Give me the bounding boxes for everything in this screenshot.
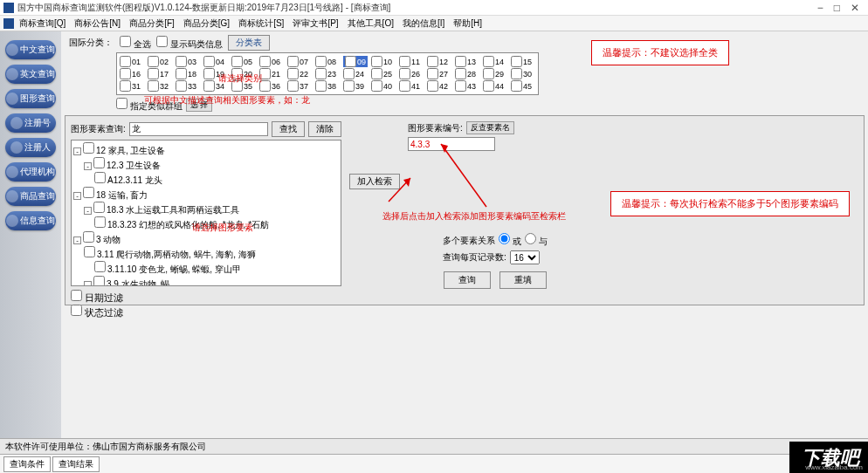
class-cell-41[interactable]: 41 [399, 80, 424, 92]
code-input[interactable] [408, 137, 495, 151]
class-cell-40[interactable]: 40 [371, 80, 396, 92]
menu-item[interactable]: 帮助[H] [453, 17, 482, 30]
tree-checkbox[interactable] [83, 231, 94, 243]
class-cell-27[interactable]: 27 [427, 68, 451, 79]
class-cell-02[interactable]: 02 [148, 56, 172, 67]
menu-item[interactable]: 商品分类[F] [129, 17, 175, 30]
class-cell-37[interactable]: 37 [287, 80, 312, 92]
class-cell-25[interactable]: 25 [371, 68, 396, 79]
minimize-button[interactable]: − [817, 2, 823, 14]
expand-icon[interactable]: - [73, 147, 81, 155]
status-filter-checkbox[interactable]: 状态过滤 [71, 307, 123, 318]
tree-item[interactable]: -3 动物 [73, 231, 339, 246]
class-cell-36[interactable]: 36 [259, 80, 284, 92]
sidebar-btn-registrant[interactable]: 注册人 [5, 138, 56, 157]
clear-button[interactable]: 清除 [308, 121, 341, 137]
class-cell-28[interactable]: 28 [455, 68, 479, 79]
tree-checkbox[interactable] [94, 216, 106, 228]
class-cell-15[interactable]: 15 [511, 56, 535, 67]
menu-item[interactable]: 商品分类[G] [183, 17, 230, 30]
tree-item[interactable]: 3.11.10 变色龙, 蜥蜴, 蝾螈, 穿山甲 [73, 261, 339, 276]
class-cell-24[interactable]: 24 [343, 68, 368, 79]
expand-icon[interactable]: - [84, 281, 92, 286]
class-cell-03[interactable]: 03 [176, 56, 200, 67]
tree-item[interactable]: -18 运输, 畜力 [73, 187, 339, 202]
sidebar-btn-graphic[interactable]: 图形查询 [5, 89, 56, 108]
expand-icon[interactable]: - [84, 162, 92, 170]
expand-icon[interactable]: - [84, 207, 92, 215]
group-checkbox[interactable]: 指定类似群组 [116, 98, 183, 113]
class-cell-26[interactable]: 26 [399, 68, 424, 79]
class-cell-11[interactable]: 11 [399, 56, 424, 67]
sidebar-btn-info[interactable]: 信息查询 [5, 211, 56, 230]
class-cell-13[interactable]: 13 [455, 56, 479, 67]
class-cell-38[interactable]: 38 [315, 80, 340, 92]
tree-item[interactable]: -12 家具, 卫生设备 [73, 142, 339, 157]
class-cell-42[interactable]: 42 [427, 80, 451, 92]
status-tab-result[interactable]: 查询结果 [52, 456, 100, 472]
tree-item[interactable]: -3.9 水生动物, 蝎 [73, 276, 339, 286]
element-search-input[interactable] [129, 122, 268, 136]
tree-checkbox[interactable] [83, 142, 94, 154]
show-code-checkbox[interactable]: 显示码类信息 [156, 36, 223, 51]
class-cell-21[interactable]: 21 [259, 68, 284, 79]
reset-button[interactable]: 重填 [499, 271, 547, 289]
tree-checkbox[interactable] [83, 187, 94, 198]
add-to-search-button[interactable]: 加入检索 [349, 174, 400, 189]
class-cell-04[interactable]: 04 [203, 56, 228, 67]
sidebar-btn-goods[interactable]: 商品查询 [5, 187, 56, 206]
date-filter-checkbox[interactable]: 日期过滤 [71, 292, 123, 303]
class-cell-16[interactable]: 16 [120, 68, 144, 79]
status-tab-cond[interactable]: 查询条件 [3, 456, 51, 472]
menu-item[interactable]: 我的信息[I] [403, 17, 444, 30]
sidebar-btn-regno[interactable]: 注册号 [5, 113, 56, 133]
class-cell-39[interactable]: 39 [343, 80, 368, 92]
class-cell-10[interactable]: 10 [371, 56, 396, 67]
tree-item[interactable]: A12.3.11 龙头 [73, 172, 339, 187]
class-cell-30[interactable]: 30 [511, 68, 535, 79]
menu-item[interactable]: 商标公告[N] [74, 17, 121, 30]
relation-or-radio[interactable]: 或 [499, 233, 521, 248]
tree-checkbox[interactable] [84, 246, 95, 257]
class-cell-29[interactable]: 29 [483, 68, 507, 79]
tree-item[interactable]: -12.3 卫生设备 [73, 157, 339, 172]
class-cell-45[interactable]: 45 [511, 80, 535, 92]
select-group-button[interactable]: 选 择 [186, 99, 213, 112]
class-cell-14[interactable]: 14 [483, 56, 507, 67]
class-cell-09[interactable]: 09 [343, 56, 368, 67]
menu-item[interactable]: 其他工具[O] [348, 17, 394, 30]
element-tree[interactable]: -12 家具, 卫生设备-12.3 卫生设备A12.3.11 龙头-18 运输,… [71, 140, 341, 286]
class-table-button[interactable]: 分类表 [228, 35, 270, 51]
tree-checkbox[interactable] [93, 202, 105, 213]
tree-checkbox[interactable] [94, 261, 106, 272]
tree-item[interactable]: 3.11 爬行动物,两栖动物, 蜗牛, 海豹, 海狮 [73, 246, 339, 261]
class-cell-34[interactable]: 34 [203, 80, 228, 92]
tree-checkbox[interactable] [93, 157, 105, 168]
tree-checkbox[interactable] [93, 276, 105, 286]
expand-icon[interactable]: - [73, 192, 81, 200]
class-cell-31[interactable]: 31 [120, 80, 144, 92]
class-cell-43[interactable]: 43 [455, 80, 479, 92]
class-cell-07[interactable]: 07 [287, 56, 312, 67]
sidebar-btn-chinese[interactable]: 中文查询 [5, 40, 56, 59]
reverse-lookup-button[interactable]: 反查要素名 [466, 121, 514, 134]
class-cell-44[interactable]: 44 [483, 80, 507, 92]
maximize-button[interactable]: □ [834, 2, 840, 14]
sidebar-btn-english[interactable]: 英文查询 [5, 65, 56, 84]
class-cell-22[interactable]: 22 [287, 68, 312, 79]
tree-checkbox[interactable] [94, 172, 106, 183]
class-cell-33[interactable]: 33 [176, 80, 200, 92]
class-cell-32[interactable]: 32 [148, 80, 172, 92]
pagesize-select[interactable]: 16 [510, 250, 540, 264]
class-cell-12[interactable]: 12 [427, 56, 451, 67]
class-cell-23[interactable]: 23 [315, 68, 340, 79]
menu-item[interactable]: 商标统计[S] [238, 17, 284, 30]
class-cell-17[interactable]: 17 [148, 68, 172, 79]
menu-item[interactable]: 商标查询[Q] [19, 17, 65, 30]
tree-item[interactable]: 18.3.23 幻想的或风格化的船, *龙舟, *石舫 [73, 216, 339, 231]
class-cell-06[interactable]: 06 [259, 56, 284, 67]
class-cell-20[interactable]: 20 [231, 68, 256, 79]
close-button[interactable]: ✕ [851, 2, 859, 14]
class-cell-08[interactable]: 08 [315, 56, 340, 67]
relation-and-radio[interactable]: 与 [525, 233, 548, 248]
